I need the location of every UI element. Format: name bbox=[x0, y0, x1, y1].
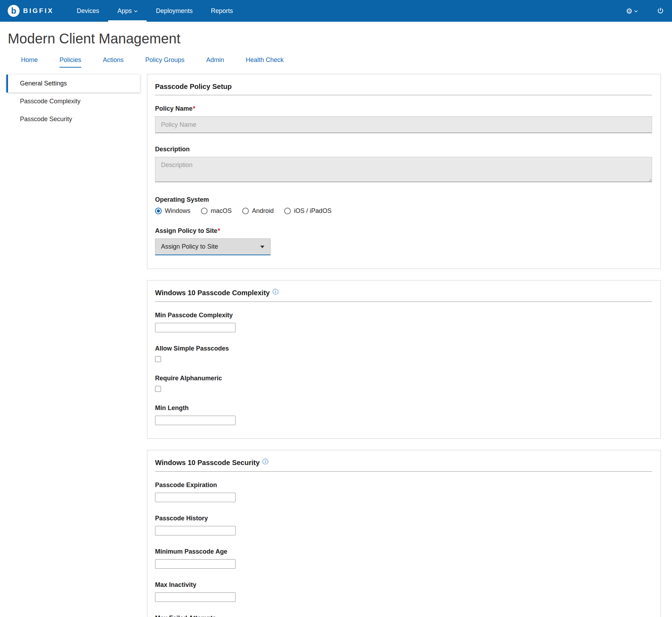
power-logout-button[interactable] bbox=[654, 7, 664, 15]
min-passcode-complexity-label: Min Passcode Complexity bbox=[155, 312, 652, 319]
radio-button-icon bbox=[201, 208, 208, 214]
assign-policy-select[interactable]: Assign Policy to Site bbox=[155, 238, 271, 255]
nav-item-devices[interactable]: Devices bbox=[68, 0, 108, 22]
max-inactivity-field: Max Inactivity bbox=[155, 581, 652, 602]
minimum-passcode-age-label: Minimum Passcode Age bbox=[155, 548, 652, 555]
power-icon bbox=[657, 7, 664, 15]
radio-button-icon bbox=[155, 208, 162, 214]
minimum-passcode-age-field: Minimum Passcode Age bbox=[155, 548, 652, 569]
sidebar-item-general-settings[interactable]: General Settings bbox=[6, 75, 140, 92]
description-input[interactable] bbox=[155, 157, 652, 182]
assign-policy-selected-value: Assign Policy to Site bbox=[161, 243, 218, 250]
passcode-complexity-card: Windows 10 Passcode Complexityⓘ Min Pass… bbox=[147, 280, 661, 439]
operating-system-field: Operating System WindowsmacOSAndroidiOS … bbox=[155, 196, 652, 215]
max-failed-attempts-field: Max Failed Attempts bbox=[155, 615, 652, 617]
settings-sidebar: General SettingsPasscode ComplexityPassc… bbox=[6, 74, 140, 128]
top-navigation-bar: b BIGFIX DevicesAppsDeploymentsReports ⚙ bbox=[0, 0, 672, 22]
passcode-history-input[interactable] bbox=[155, 526, 236, 535]
description-field: Description bbox=[155, 146, 652, 183]
content-area: General SettingsPasscode ComplexityPassc… bbox=[0, 74, 672, 617]
assign-policy-label: Assign Policy to Site* bbox=[155, 227, 652, 235]
nav-item-label: Deployments bbox=[156, 7, 192, 15]
tab-admin[interactable]: Admin bbox=[206, 56, 224, 68]
max-inactivity-input[interactable] bbox=[155, 592, 236, 602]
min-length-field: Min Length bbox=[155, 404, 652, 425]
radio-label: iOS / iPadOS bbox=[294, 207, 331, 215]
allow-simple-passcodes-checkbox[interactable] bbox=[155, 356, 161, 362]
tab-home[interactable]: Home bbox=[21, 56, 38, 68]
section-divider bbox=[155, 301, 652, 302]
main-panel: Passcode Policy Setup Policy Name* Descr… bbox=[147, 74, 661, 617]
chevron-down-icon bbox=[134, 10, 138, 13]
operating-system-options: WindowsmacOSAndroidiOS / iPadOS bbox=[155, 207, 652, 215]
required-marker: * bbox=[218, 227, 220, 234]
require-alphanumeric-field: Require Alphanumeric bbox=[155, 375, 652, 392]
min-passcode-complexity-field: Min Passcode Complexity bbox=[155, 312, 652, 332]
radio-button-icon bbox=[284, 208, 291, 214]
required-marker: * bbox=[193, 105, 195, 112]
policy-name-input[interactable] bbox=[155, 116, 652, 133]
require-alphanumeric-checkbox[interactable] bbox=[155, 386, 161, 392]
nav-item-apps[interactable]: Apps bbox=[108, 0, 147, 22]
info-icon[interactable]: ⓘ bbox=[262, 458, 268, 465]
sidebar-item-passcode-security[interactable]: Passcode Security bbox=[6, 110, 140, 128]
radio-label: Windows bbox=[165, 207, 190, 215]
page-title: Modern Client Management bbox=[0, 22, 672, 50]
require-alphanumeric-label: Require Alphanumeric bbox=[155, 375, 652, 382]
nav-item-deployments[interactable]: Deployments bbox=[147, 0, 202, 22]
passcode-expiration-input[interactable] bbox=[155, 493, 236, 502]
passcode-policy-setup-card: Passcode Policy Setup Policy Name* Descr… bbox=[147, 74, 661, 269]
brand-name: BIGFIX bbox=[23, 7, 54, 15]
nav-item-reports[interactable]: Reports bbox=[202, 0, 242, 22]
sidebar-item-passcode-complexity[interactable]: Passcode Complexity bbox=[6, 92, 140, 110]
radio-android[interactable]: Android bbox=[242, 207, 274, 215]
radio-button-icon bbox=[242, 208, 249, 214]
nav-item-label: Devices bbox=[77, 7, 99, 15]
assign-policy-label-text: Assign Policy to Site bbox=[155, 227, 217, 234]
max-inactivity-label: Max Inactivity bbox=[155, 581, 652, 589]
min-length-label: Min Length bbox=[155, 404, 652, 412]
setup-section-title: Passcode Policy Setup bbox=[155, 83, 232, 90]
policy-name-label: Policy Name* bbox=[155, 105, 652, 112]
assign-policy-field: Assign Policy to Site* Assign Policy to … bbox=[155, 227, 652, 255]
nav-item-label: Reports bbox=[211, 7, 233, 15]
min-passcode-complexity-input[interactable] bbox=[155, 323, 236, 332]
top-nav-items: DevicesAppsDeploymentsReports bbox=[68, 0, 242, 22]
section-divider bbox=[155, 95, 652, 95]
passcode-history-label: Passcode History bbox=[155, 515, 652, 522]
radio-windows[interactable]: Windows bbox=[155, 207, 190, 215]
radio-label: Android bbox=[252, 207, 274, 215]
operating-system-label: Operating System bbox=[155, 196, 652, 203]
description-label: Description bbox=[155, 146, 652, 153]
nav-item-label: Apps bbox=[117, 7, 132, 15]
section-divider bbox=[155, 471, 652, 472]
page-tabs: HomePoliciesActionsPolicy GroupsAdminHea… bbox=[0, 50, 672, 68]
allow-simple-passcodes-label: Allow Simple Passcodes bbox=[155, 345, 652, 352]
dropdown-caret-icon bbox=[260, 245, 265, 248]
complexity-section-title: Windows 10 Passcode Complexity bbox=[155, 289, 270, 297]
tab-actions[interactable]: Actions bbox=[103, 56, 124, 68]
radio-label: macOS bbox=[211, 207, 232, 215]
settings-gear-menu[interactable]: ⚙ bbox=[626, 7, 638, 15]
top-nav-right: ⚙ bbox=[626, 0, 664, 22]
security-fields: Passcode ExpirationPasscode HistoryMinim… bbox=[155, 481, 652, 617]
tab-health-check[interactable]: Health Check bbox=[246, 56, 284, 68]
allow-simple-passcodes-field: Allow Simple Passcodes bbox=[155, 345, 652, 362]
passcode-expiration-field: Passcode Expiration bbox=[155, 481, 652, 502]
radio-macos[interactable]: macOS bbox=[201, 207, 232, 215]
passcode-security-card: Windows 10 Passcode Securityⓘ Passcode E… bbox=[147, 450, 661, 617]
tab-policies[interactable]: Policies bbox=[59, 56, 81, 68]
passcode-expiration-label: Passcode Expiration bbox=[155, 481, 652, 489]
minimum-passcode-age-input[interactable] bbox=[155, 559, 236, 569]
radio-ios-ipados[interactable]: iOS / iPadOS bbox=[284, 207, 331, 215]
bigfix-logo-icon: b bbox=[8, 5, 20, 17]
min-length-input[interactable] bbox=[155, 416, 236, 425]
max-failed-attempts-label: Max Failed Attempts bbox=[155, 615, 652, 617]
complexity-fields: Min Passcode ComplexityAllow Simple Pass… bbox=[155, 312, 652, 425]
brand: b BIGFIX bbox=[8, 0, 54, 22]
info-icon[interactable]: ⓘ bbox=[273, 289, 279, 295]
policy-name-label-text: Policy Name bbox=[155, 105, 192, 112]
gear-icon: ⚙ bbox=[626, 7, 632, 15]
policy-name-field: Policy Name* bbox=[155, 105, 652, 133]
tab-policy-groups[interactable]: Policy Groups bbox=[145, 56, 184, 68]
